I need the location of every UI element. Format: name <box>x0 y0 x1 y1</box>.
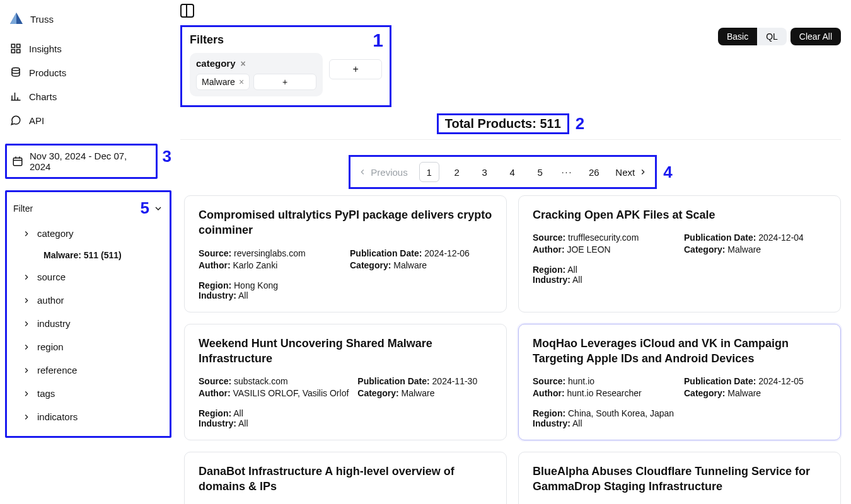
date-range-picker[interactable]: Nov 30, 2024 - Dec 07, 2024 <box>5 144 158 179</box>
mode-basic[interactable]: Basic <box>718 28 757 45</box>
chevron-right-icon <box>22 413 31 421</box>
svg-rect-5 <box>17 50 20 53</box>
pagination: Previous 12345 ··· 26 Next <box>349 155 657 189</box>
date-range-text: Nov 30, 2024 - Dec 07, 2024 <box>30 151 151 172</box>
grid-icon <box>10 43 21 54</box>
brand-logo-icon <box>9 11 24 26</box>
callout-3: 3 <box>163 147 171 166</box>
nav-label: Products <box>29 67 66 78</box>
filter-chip-group: category × Malware × + <box>190 53 323 96</box>
add-filter-button[interactable]: + <box>329 59 382 79</box>
filter-tree-indicators[interactable]: indicators <box>13 405 163 428</box>
chevron-right-icon <box>22 389 31 398</box>
page-2[interactable]: 2 <box>447 162 467 182</box>
nav-label: Insights <box>29 43 62 54</box>
callout-5: 5 <box>141 198 149 218</box>
filter-tree-leaf-malware[interactable]: Malware: 511 (511) <box>13 245 163 265</box>
calendar-icon <box>12 156 23 167</box>
card-title: DanaBot Infrastructure A high-level over… <box>199 464 492 495</box>
svg-point-6 <box>12 68 20 71</box>
card-title: BlueAlpha Abuses Cloudflare Tunneling Se… <box>533 464 826 495</box>
callout-1: 1 <box>373 30 383 51</box>
panel-toggle-icon[interactable] <box>180 4 194 18</box>
filter-tree-industry[interactable]: industry <box>13 312 163 335</box>
filter-chip-name: category <box>196 58 236 69</box>
add-tag-button[interactable]: + <box>253 74 316 90</box>
nav-products[interactable]: Products <box>5 62 171 83</box>
svg-rect-11 <box>13 158 22 166</box>
page-last[interactable]: 26 <box>584 162 604 182</box>
chevron-right-icon <box>22 229 31 238</box>
brand-name: Truss <box>30 14 54 25</box>
filters-box: Filters 1 category × Malware × + <box>180 25 391 107</box>
filter-tree-category[interactable]: category <box>13 222 163 245</box>
total-products: Total Products: 511 <box>437 113 569 134</box>
main-content: Filters 1 category × Malware × + <box>177 0 851 504</box>
close-icon[interactable]: × <box>239 77 244 87</box>
page-4[interactable]: 4 <box>502 162 523 182</box>
filters-title: Filters <box>190 33 382 47</box>
product-card[interactable]: Compromised ultralytics PyPI package del… <box>184 195 507 312</box>
chevron-right-icon <box>22 273 31 282</box>
brand: Truss <box>5 8 171 35</box>
svg-rect-3 <box>17 44 20 47</box>
card-title: MoqHao Leverages iCloud and VK in Campai… <box>533 336 826 367</box>
product-card[interactable]: Cracking Open APK Files at ScaleSource: … <box>518 195 841 312</box>
filter-tree-reference[interactable]: reference <box>13 358 163 382</box>
product-card[interactable]: Weekend Hunt Uncovering Shared Malware I… <box>184 324 507 441</box>
nav-api[interactable]: API <box>5 110 171 131</box>
chevron-right-icon <box>22 366 31 375</box>
sidebar: Truss Insights Products Charts API <box>0 0 177 504</box>
svg-rect-4 <box>11 50 14 53</box>
view-mode-segment: Basic QL <box>718 28 787 45</box>
nav-insights[interactable]: Insights <box>5 38 171 59</box>
chevron-right-icon <box>22 296 31 305</box>
filter-panel: Filter 5 categoryMalware: 511 (511)sourc… <box>5 190 171 438</box>
product-card[interactable]: BlueAlpha Abuses Cloudflare Tunneling Se… <box>518 452 841 504</box>
prev-button[interactable]: Previous <box>358 167 407 178</box>
next-button[interactable]: Next <box>615 167 647 178</box>
page-3[interactable]: 3 <box>475 162 495 182</box>
chevron-right-icon <box>22 319 31 328</box>
filter-tag[interactable]: Malware × <box>196 74 250 90</box>
card-title: Weekend Hunt Uncovering Shared Malware I… <box>199 336 492 367</box>
card-title: Cracking Open APK Files at Scale <box>533 207 826 222</box>
callout-2: 2 <box>576 114 584 134</box>
page-5[interactable]: 5 <box>530 162 550 182</box>
pager-ellipsis: ··· <box>562 167 573 177</box>
callout-4: 4 <box>663 163 672 182</box>
clear-all-button[interactable]: Clear All <box>790 28 841 45</box>
chevron-right-icon <box>22 343 31 352</box>
mode-ql[interactable]: QL <box>757 28 787 45</box>
close-icon[interactable]: × <box>241 59 246 69</box>
filter-tree-region[interactable]: region <box>13 335 163 358</box>
filter-tree-source[interactable]: source <box>13 265 163 289</box>
product-card[interactable]: MoqHao Leverages iCloud and VK in Campai… <box>518 324 841 441</box>
filter-tree-tags[interactable]: tags <box>13 382 163 405</box>
svg-marker-1 <box>10 13 16 24</box>
nav-label: API <box>29 115 44 126</box>
nav-label: Charts <box>29 91 57 102</box>
chevron-down-icon[interactable] <box>153 203 163 214</box>
filter-tag-label: Malware <box>202 77 235 87</box>
message-circle-icon <box>10 115 21 126</box>
card-title: Compromised ultralytics PyPI package del… <box>199 207 492 238</box>
filter-tree-author[interactable]: author <box>13 289 163 312</box>
nav-charts[interactable]: Charts <box>5 86 171 107</box>
page-1[interactable]: 1 <box>419 162 439 182</box>
database-icon <box>10 67 21 78</box>
bar-chart-icon <box>10 91 21 102</box>
product-card[interactable]: DanaBot Infrastructure A high-level over… <box>184 452 507 504</box>
filter-panel-title: Filter <box>13 203 33 214</box>
svg-rect-2 <box>11 44 14 47</box>
